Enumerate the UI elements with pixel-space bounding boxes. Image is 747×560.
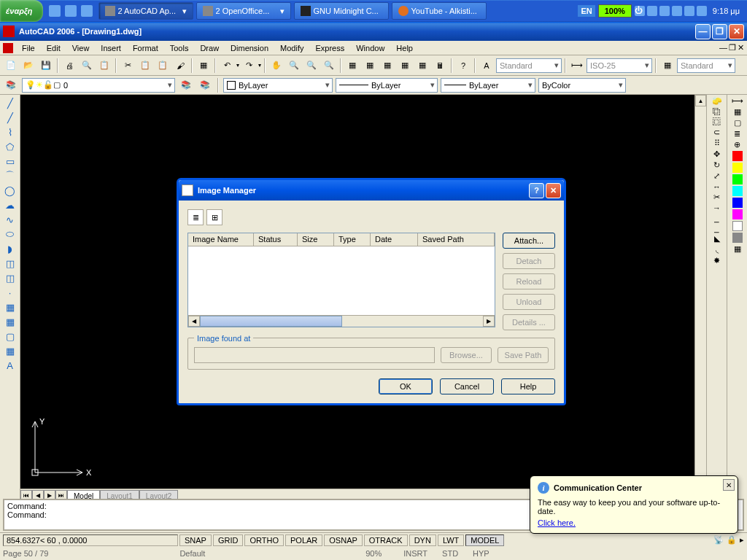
save-button[interactable]: 💾 (38, 58, 54, 74)
savepath-button[interactable]: Save Path (498, 347, 549, 363)
extend-tool[interactable]: → (713, 203, 721, 212)
bylayer-tool[interactable]: ▦ (734, 244, 741, 254)
layer-prev-button[interactable]: 📚 (178, 77, 194, 93)
menu-express[interactable]: Express (309, 42, 350, 54)
vertical-scrollbar[interactable]: ▲ ▼ (694, 95, 706, 489)
menu-view[interactable]: View (66, 42, 96, 54)
tablestyle-button[interactable]: ▦ (659, 58, 676, 74)
color-tool[interactable] (732, 198, 743, 208)
balloon-link[interactable]: Click here. (538, 518, 576, 527)
properties-button[interactable]: ▦ (344, 58, 360, 74)
fillet-tool[interactable]: ◟ (716, 245, 719, 254)
col-savedpath[interactable]: Saved Path (418, 233, 495, 246)
dialog-titlebar[interactable]: Image Manager ? ✕ (179, 180, 564, 201)
color-tool[interactable] (732, 163, 743, 173)
clock[interactable]: 9:18 μμ (710, 7, 743, 15)
found-path-input[interactable] (194, 347, 435, 363)
line-tool[interactable]: ╱ (2, 96, 18, 109)
language-indicator[interactable]: EN (578, 5, 595, 17)
grid-toggle[interactable]: GRID (213, 534, 244, 546)
sheetset-button[interactable]: ▦ (397, 58, 413, 74)
col-status[interactable]: Status (254, 233, 298, 246)
redo-button[interactable]: ↷ (241, 58, 257, 74)
layer-states-button[interactable]: 📚 (197, 77, 213, 93)
matchprop-button[interactable]: 🖌 (172, 58, 188, 74)
color-tool[interactable] (732, 221, 743, 231)
textstyle-select[interactable]: Standard (496, 58, 562, 73)
layer-manager-button[interactable]: 📚 (3, 77, 19, 93)
gradient-tool[interactable]: ▦ (2, 315, 18, 328)
cut-button[interactable]: ✂ (120, 58, 136, 74)
undo-button[interactable]: ↶ (219, 58, 235, 74)
designcenter-button[interactable]: ▦ (362, 58, 378, 74)
redo-dropdown-icon[interactable]: ▾ (258, 62, 261, 69)
menu-insert[interactable]: Insert (95, 42, 127, 54)
menu-edit[interactable]: Edit (41, 42, 66, 54)
scale-tool[interactable]: ⤢ (713, 171, 720, 181)
detach-button[interactable]: Detach (503, 253, 555, 269)
break-tool[interactable]: ⎯ (714, 214, 719, 222)
zoom-rt-button[interactable]: 🔍 (286, 58, 302, 74)
list-hscroll[interactable]: ◀ ▶ (188, 315, 495, 327)
circle-tool[interactable]: ◯ (2, 184, 18, 197)
ellipse-tool[interactable]: ⬭ (2, 228, 18, 241)
coordinates[interactable]: 854.6327< 60 , 0.0000 (3, 534, 178, 546)
dimstyle-select[interactable]: ISO-25 (587, 58, 652, 73)
list-tool[interactable]: ≣ (734, 129, 740, 139)
close-button[interactable]: ✕ (729, 24, 744, 39)
unload-button[interactable]: Unload (503, 294, 555, 310)
menu-window[interactable]: Window (350, 42, 390, 54)
details-button[interactable]: Details ... (503, 314, 555, 330)
scroll-thumb[interactable] (200, 316, 342, 327)
ql-icon[interactable] (81, 5, 93, 17)
new-button[interactable]: 📄 (3, 58, 19, 74)
tree-view-button[interactable]: ⊞ (206, 209, 222, 225)
dyn-toggle[interactable]: DYN (409, 534, 436, 546)
block-tool[interactable]: ◫ (2, 257, 18, 270)
dimstyle-button[interactable]: ⟼ (569, 58, 585, 74)
copy-tool[interactable]: ⿻ (713, 107, 721, 116)
model-toggle[interactable]: MODEL (465, 534, 504, 546)
linetype-select[interactable]: ByLayer (336, 78, 438, 93)
paste-button[interactable]: 📋 (155, 58, 171, 74)
browse-button[interactable]: Browse... (441, 347, 492, 363)
spline-tool[interactable]: ∿ (2, 213, 18, 226)
col-date[interactable]: Date (371, 233, 418, 246)
trim-tool[interactable]: ✂ (713, 192, 720, 202)
polar-toggle[interactable]: POLAR (285, 534, 322, 546)
publish-button[interactable]: 📋 (96, 58, 112, 74)
arc-tool[interactable]: ⌒ (2, 169, 18, 182)
move-tool[interactable]: ✥ (713, 149, 720, 159)
color-tool[interactable] (732, 209, 743, 219)
layer-select[interactable]: 💡 ☀ 🔓 ▢ 0 (22, 78, 175, 93)
taskbar-item-autocad[interactable]: 2 AutoCAD Ap...▾ (98, 2, 193, 20)
snap-toggle[interactable]: SNAP (179, 534, 212, 546)
mtext-tool[interactable]: A (2, 359, 18, 372)
tray-icon[interactable] (684, 6, 694, 16)
textstyle-button[interactable]: A (479, 58, 495, 74)
cancel-button[interactable]: Cancel (440, 378, 494, 394)
tray-arrow-icon[interactable]: ▸ (740, 535, 744, 545)
plotstyle-select[interactable]: ByColor (538, 78, 626, 93)
quickcalc-button[interactable]: 🖩 (432, 58, 448, 74)
tablestyle-select[interactable]: Standard (677, 58, 735, 73)
minimize-button[interactable]: — (695, 24, 711, 39)
col-imagename[interactable]: Image Name (188, 233, 254, 246)
ellipsearc-tool[interactable]: ◗ (2, 242, 18, 255)
ql-icon[interactable] (65, 5, 77, 17)
help-button[interactable]: ? (455, 58, 471, 74)
scroll-up-icon[interactable]: ▲ (695, 95, 706, 106)
menu-format[interactable]: Format (127, 42, 164, 54)
tray-icon[interactable]: ⏻ (635, 6, 645, 16)
xline-tool[interactable]: ╱ (2, 111, 18, 124)
comm-icon[interactable]: 📡 (713, 535, 724, 545)
area-tool[interactable]: ▦ (734, 107, 741, 117)
menu-help[interactable]: Help (390, 42, 419, 54)
preview-button[interactable]: 🔍 (79, 58, 95, 74)
scroll-right-icon[interactable]: ▶ (483, 316, 495, 327)
zoom-window-button[interactable]: 🔍 (321, 58, 337, 74)
ok-button[interactable]: OK (379, 378, 433, 394)
zoom-prev-button[interactable]: 🔍 (303, 58, 320, 74)
color-select[interactable]: ByLayer (223, 78, 333, 93)
chamfer-tool[interactable]: ◣ (714, 234, 720, 244)
